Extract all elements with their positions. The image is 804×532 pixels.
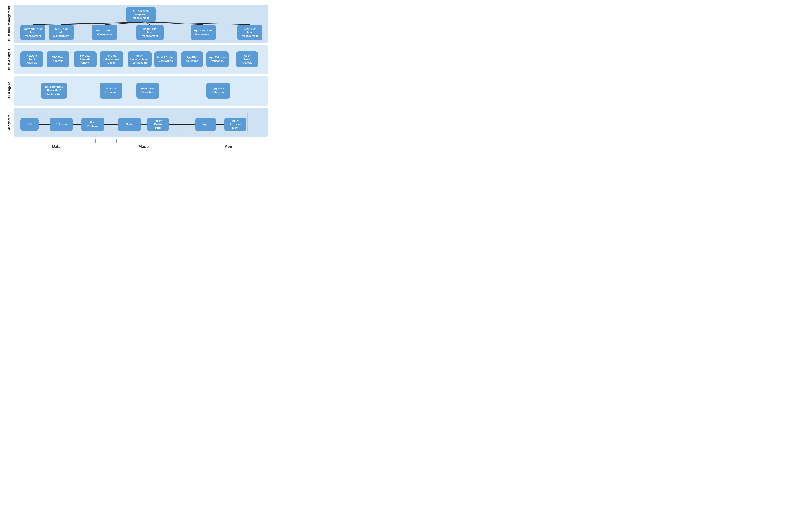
trust-analysis-label: Trust Analysis — [7, 49, 11, 70]
node-arv: App Risk Validation — [181, 51, 203, 67]
svg-line-3 — [145, 22, 150, 24]
node-atim: App Trust Info. Management — [191, 24, 216, 40]
svg-line-1 — [61, 22, 145, 24]
svg-line-0 — [33, 22, 145, 24]
data-label: Data — [52, 144, 60, 149]
node-ppdu: PP Data Unbiasedness Check — [99, 51, 123, 67]
svg-line-2 — [105, 22, 145, 24]
app-bracket — [201, 139, 256, 143]
trust-agent-row: Trust Agent Collector Data Extraction/ I… — [4, 76, 268, 106]
svg-line-5 — [145, 22, 250, 24]
data-label-group: Data — [14, 139, 99, 149]
ai-system-row: AI System SRC Collector Pre- Producer Mo… — [4, 108, 268, 137]
trust-info-label-wrap: Trust Info. Management — [4, 4, 14, 43]
trust-agent-label: Trust Agent — [7, 82, 11, 100]
node-app: App — [195, 118, 216, 131]
node-miv: Model Implementation Verification — [128, 51, 151, 67]
trust-info-row: Trust Info. Management AI Trust Info. In… — [4, 4, 268, 43]
node-utim: User Trust Info. Management — [237, 24, 262, 40]
node-mde: Model Data Extraction — [136, 82, 159, 98]
trust-info-label: Trust Info. Management — [7, 6, 11, 41]
node-policydist: Policy/ Distri- butor — [147, 118, 169, 131]
ai-system-content: SRC Collector Pre- Producer Model Policy… — [14, 108, 268, 137]
trust-analysis-label-wrap: Trust Analysis — [4, 45, 14, 74]
node-preproducer: Pre- Producer — [81, 118, 104, 131]
app-label: App — [225, 144, 232, 149]
node-ppdi: PP Data Integrity Check — [74, 51, 96, 67]
node-src: SRC — [20, 118, 39, 131]
data-bracket — [17, 139, 96, 143]
model-label: Model — [139, 144, 150, 149]
ai-system-label-wrap: AI System — [4, 108, 14, 137]
model-label-group: Model — [113, 139, 175, 149]
node-ade: App Data Extraction — [206, 82, 230, 98]
svg-line-4 — [145, 22, 203, 24]
node-nim: AI Trust Info. Integrated Management — [126, 7, 156, 22]
node-userenv: User/ Environ- ment — [224, 118, 246, 131]
trust-agent-label-wrap: Trust Agent — [4, 76, 14, 106]
bottom-labels: Data Model App — [4, 139, 259, 149]
diagram-container: Trust Info. Management AI Trust Info. In… — [4, 4, 268, 149]
app-label-group: App — [198, 139, 259, 149]
trust-info-content: AI Trust Info. Integrated Management Net… — [14, 4, 268, 43]
ai-system-label: AI System — [7, 115, 11, 130]
node-collector: Collector — [50, 118, 73, 131]
node-ppde: PP Data Extraction — [99, 82, 122, 98]
node-model: Model — [118, 118, 141, 131]
node-nta: Network Trust Analysis — [20, 51, 43, 67]
trust-agent-content: Collector Data Extraction/ Identificatio… — [14, 76, 268, 106]
trust-analysis-row: Trust Analysis Network Trust Analysis SR… — [4, 45, 268, 74]
node-srca: SRC Trust Analysis — [47, 51, 69, 67]
node-mdv: Model Design Verification — [154, 51, 177, 67]
node-stim: SRC Trust Info. Management — [49, 24, 74, 40]
node-cdei: Collector Data Extraction/ Identificatio… — [41, 82, 67, 98]
model-bracket — [116, 139, 172, 143]
node-mtim: Model Trust Info. Management — [136, 24, 164, 40]
trust-analysis-content: Network Trust Analysis SRC Trust Analysi… — [14, 45, 268, 74]
node-uta: User Trust Analysis — [236, 51, 258, 67]
node-afv: App Fairness Validation — [206, 51, 229, 67]
node-ntim: Network Trust Info. Management — [20, 24, 45, 40]
node-pptim: PP Trust Info. Management — [92, 24, 117, 40]
